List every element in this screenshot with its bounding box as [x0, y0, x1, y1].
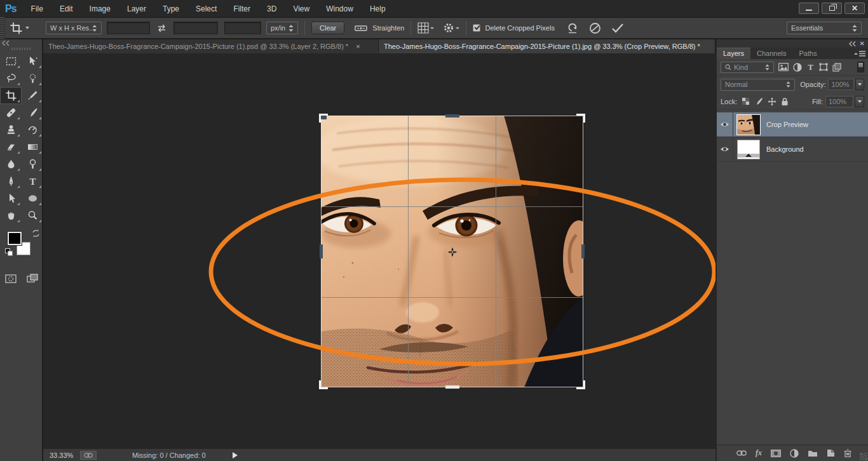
crop-top-handle[interactable]	[445, 114, 459, 117]
new-layer-icon[interactable]	[827, 449, 835, 457]
close-button[interactable]: ✕	[844, 3, 865, 14]
layer-visibility-toggle[interactable]	[717, 112, 733, 137]
document-tab-psd[interactable]: Theo-James-Hugo-Boss-Fragrance-Campaign-…	[43, 39, 379, 53]
menu-3d[interactable]: 3D	[259, 0, 285, 18]
tool-ellipse-shape[interactable]	[22, 190, 43, 207]
tool-eraser[interactable]	[0, 138, 22, 156]
menu-file[interactable]: File	[23, 0, 51, 18]
crop-corner-bracket[interactable]	[319, 114, 328, 123]
new-group-icon[interactable]	[808, 450, 818, 457]
cancel-crop-button[interactable]	[589, 22, 601, 34]
tool-dodge[interactable]	[22, 156, 43, 173]
crop-corner-bracket[interactable]	[576, 114, 585, 123]
new-adjustment-layer-icon[interactable]	[790, 449, 799, 458]
menu-type[interactable]: Type	[154, 0, 187, 18]
crop-left-handle[interactable]	[320, 244, 323, 258]
layer-name-crop-preview[interactable]: Crop Preview	[766, 121, 808, 128]
crop-resolution-input[interactable]	[224, 22, 261, 34]
menu-window[interactable]: Window	[318, 0, 362, 18]
panel-menu-icon[interactable]	[854, 51, 865, 57]
minimize-button[interactable]	[799, 3, 819, 14]
lock-all-icon[interactable]	[781, 97, 789, 106]
filter-toggle-switch[interactable]	[857, 62, 864, 72]
crop-preset-select[interactable]: W x H x Res...	[46, 22, 102, 34]
opacity-dropdown-button[interactable]	[855, 79, 864, 90]
filter-shape-layers-icon[interactable]	[819, 63, 828, 71]
document-tab-jpg[interactable]: Theo-James-Hugo-Boss-Fragrance-Campaign-…	[379, 39, 715, 53]
screen-mode-button[interactable]	[22, 270, 43, 287]
panel-resize-grip[interactable]	[860, 453, 867, 460]
crop-corner-bracket[interactable]	[576, 380, 585, 389]
collapse-panel-icon[interactable]	[849, 41, 856, 46]
layer-thumbnail-background[interactable]	[737, 140, 760, 159]
layer-visibility-toggle[interactable]	[717, 137, 733, 162]
tool-smudge[interactable]	[0, 156, 22, 173]
restore-button[interactable]	[822, 3, 842, 14]
status-info-text[interactable]: Missing: 0 / Changed: 0	[132, 451, 206, 459]
tool-hand[interactable]	[0, 207, 22, 224]
filter-smart-objects-icon[interactable]	[832, 63, 841, 72]
options-bar-gripper[interactable]	[0, 17, 5, 39]
tool-history-brush[interactable]	[22, 121, 43, 138]
current-tool-badge[interactable]	[10, 22, 29, 34]
tool-zoom[interactable]	[22, 207, 43, 224]
status-link-button[interactable]	[80, 451, 97, 460]
menu-image[interactable]: Image	[81, 0, 119, 18]
commit-crop-button[interactable]	[611, 23, 624, 33]
crop-corner-bracket[interactable]	[319, 380, 328, 389]
menu-help[interactable]: Help	[362, 0, 394, 18]
foreground-color-swatch[interactable]	[8, 232, 22, 245]
default-colors-button[interactable]	[5, 248, 13, 256]
crop-right-handle[interactable]	[581, 244, 585, 258]
add-layer-mask-icon[interactable]	[771, 450, 781, 457]
crop-width-input[interactable]	[107, 22, 150, 34]
menu-edit[interactable]: Edit	[51, 0, 81, 18]
menu-select[interactable]: Select	[187, 0, 225, 18]
tab-close-icon[interactable]: ×	[355, 43, 361, 50]
swap-colors-button[interactable]	[32, 229, 40, 237]
filter-pixel-layers-icon[interactable]	[778, 63, 789, 71]
crop-options-gear-button[interactable]	[443, 22, 459, 34]
layer-row-crop-preview[interactable]: Crop Preview	[717, 112, 868, 137]
tool-horizontal-type[interactable]: T	[22, 173, 43, 190]
fill-dropdown-button[interactable]	[855, 96, 864, 107]
crop-center-marker[interactable]	[447, 247, 458, 257]
tool-crop[interactable]	[0, 87, 22, 104]
delete-cropped-pixels-checkbox[interactable]	[473, 24, 480, 32]
layer-row-background[interactable]: Background	[717, 137, 868, 162]
panel-tab-paths[interactable]: Paths	[793, 48, 824, 59]
reset-crop-button[interactable]	[566, 22, 579, 34]
workspace-select[interactable]: Essentials	[787, 22, 862, 34]
canvas-area[interactable]	[43, 53, 715, 448]
layer-style-fx-icon[interactable]: fx	[756, 448, 762, 458]
straighten-button[interactable]	[355, 23, 367, 32]
tool-spot-healing-brush[interactable]	[0, 104, 22, 121]
tool-pen[interactable]	[0, 173, 22, 190]
menu-filter[interactable]: Filter	[225, 0, 259, 18]
panel-tab-channels[interactable]: Channels	[750, 48, 792, 59]
panel-tab-layers[interactable]: Layers	[717, 48, 750, 59]
crop-overlay-options-button[interactable]	[417, 22, 434, 34]
layer-name-background[interactable]: Background	[766, 145, 804, 153]
tool-path-selection[interactable]	[0, 190, 22, 207]
status-flyout-arrow-icon[interactable]	[233, 452, 238, 458]
opacity-value-field[interactable]: 100%	[828, 79, 854, 90]
quick-mask-button[interactable]	[0, 270, 22, 287]
tool-rectangular-marquee[interactable]	[0, 53, 22, 70]
tool-gradient[interactable]	[22, 138, 43, 156]
filter-adjustment-layers-icon[interactable]	[793, 63, 802, 72]
lock-transparency-icon[interactable]	[742, 97, 750, 105]
crop-preview-document[interactable]	[321, 116, 583, 387]
tool-clone-stamp[interactable]	[0, 121, 22, 138]
layer-thumbnail-crop-preview[interactable]	[737, 115, 760, 135]
swap-dimensions-button[interactable]	[156, 24, 167, 32]
tool-lasso[interactable]	[0, 70, 22, 87]
clear-button[interactable]: Clear	[311, 22, 344, 34]
zoom-level-field[interactable]: 33.33%	[43, 451, 80, 459]
lock-pixels-icon[interactable]	[754, 97, 763, 105]
tool-brush[interactable]	[22, 104, 43, 121]
panel-close-icon[interactable]: ✕	[860, 40, 865, 47]
resolution-unit-select[interactable]: px/in	[266, 22, 298, 34]
straighten-label[interactable]: Straighten	[372, 24, 404, 32]
tool-quick-selection[interactable]	[22, 70, 43, 87]
